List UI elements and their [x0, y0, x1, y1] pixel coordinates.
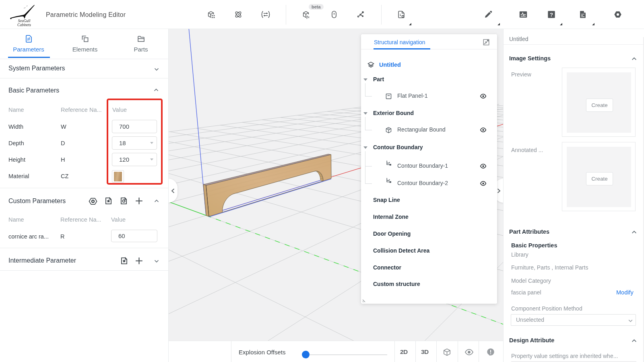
svg-text:fx: fx [306, 15, 310, 19]
svg-text:SeaGull: SeaGull [18, 19, 31, 23]
svg-text:?: ? [550, 12, 553, 18]
svg-text:Cabinets: Cabinets [17, 23, 31, 27]
